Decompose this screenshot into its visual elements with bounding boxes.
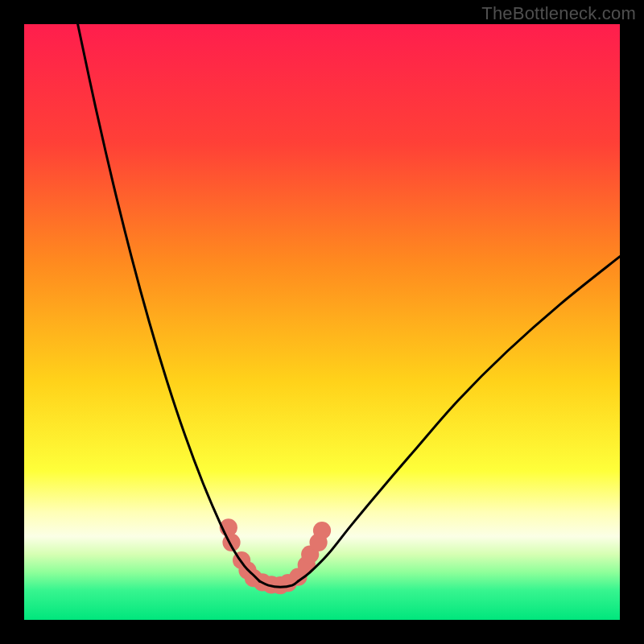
curves-layer: [24, 24, 620, 620]
plot-area: [24, 24, 620, 620]
right-curve: [298, 257, 620, 581]
left-curve: [78, 24, 260, 581]
marker-dot: [313, 522, 331, 539]
chart-frame: TheBottleneck.com: [0, 0, 644, 644]
watermark-text: TheBottleneck.com: [481, 3, 636, 24]
